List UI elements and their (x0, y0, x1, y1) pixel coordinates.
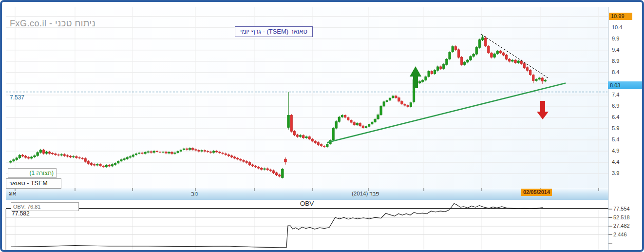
symbol-label[interactable]: טאואר - TSEM (6, 178, 61, 189)
date-axis-label: אוג (9, 191, 16, 196)
config-label[interactable]: (תצורה 1) (8, 168, 57, 178)
chart-title-box: גרף יומי - (TSEM) טאואר (235, 26, 313, 37)
price-axis-label: 5.4 (612, 136, 619, 142)
price-axis-label: 4.9 (612, 148, 619, 154)
price-axis-label: 8.9 (612, 58, 619, 64)
selected-date-badge: 02/05/2014 (521, 189, 552, 196)
obv-axis-label: 27.482 (613, 223, 630, 229)
date-axis-label: פבר (2014) (352, 191, 379, 196)
date-axis-label: נוב (191, 191, 198, 196)
price-axis-label: 5.9 (612, 125, 619, 131)
high-price-badge: 10.99 (609, 13, 632, 20)
price-axis-label: 9.9 (612, 36, 619, 41)
price-axis-label: 7.4 (612, 92, 619, 97)
price-axis-label: 10.4 (612, 24, 622, 30)
obv-current-value: 77.582 (12, 210, 30, 217)
chart-window: FxG.co.il - ניתוח טכני גרף יומי - (TSEM)… (0, 0, 644, 252)
obv-axis-label: 77.554 (613, 206, 630, 212)
obv-panel-title: OBV (289, 200, 324, 207)
price-axis-label: 4.4 (612, 159, 619, 165)
price-axis-label: 6.4 (612, 114, 619, 120)
obv-axis-label: 52.518 (613, 214, 630, 220)
last-price-badge: 8.03 (608, 81, 644, 89)
obv-axis-label: 2.446 (613, 232, 627, 237)
price-axis-label: 8.4 (612, 69, 619, 75)
chart-canvas[interactable] (2, 2, 644, 252)
support-level-label: 7.537 (10, 94, 24, 101)
watermark-title: FxG.co.il - ניתוח טכני (10, 19, 95, 29)
price-axis-label: 6.9 (612, 103, 619, 109)
price-axis-label: 9.4 (612, 47, 619, 53)
price-axis-label: 3.9 (612, 170, 619, 176)
